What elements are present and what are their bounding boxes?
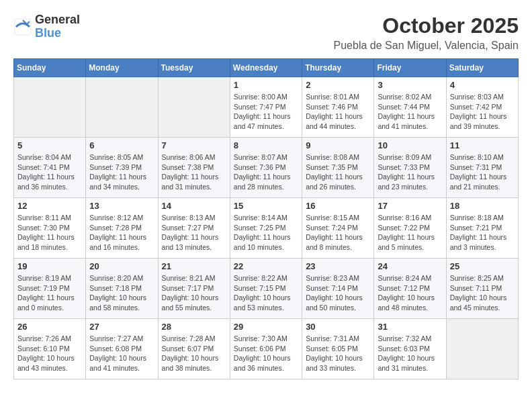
day-number: 26 <box>17 322 82 332</box>
calendar-cell <box>158 77 230 138</box>
logo-text: General Blue <box>35 13 80 40</box>
month-title: October 2025 <box>334 13 519 38</box>
calendar-cell: 12Sunrise: 8:11 AM Sunset: 7:30 PM Dayli… <box>14 198 86 259</box>
logo-blue: Blue <box>35 27 80 40</box>
day-number: 17 <box>378 201 442 211</box>
logo-icon <box>13 17 32 36</box>
calendar-cell: 19Sunrise: 8:19 AM Sunset: 7:19 PM Dayli… <box>14 259 86 319</box>
weekday-header-saturday: Saturday <box>446 59 518 77</box>
calendar-cell: 11Sunrise: 8:10 AM Sunset: 7:31 PM Dayli… <box>446 138 518 198</box>
calendar-cell: 7Sunrise: 8:06 AM Sunset: 7:38 PM Daylig… <box>158 138 230 198</box>
day-number: 11 <box>450 140 515 150</box>
day-info: Sunrise: 8:06 AM Sunset: 7:38 PM Dayligh… <box>162 152 226 192</box>
calendar-cell: 23Sunrise: 8:23 AM Sunset: 7:14 PM Dayli… <box>302 259 374 319</box>
weekday-header-wednesday: Wednesday <box>230 59 302 77</box>
day-info: Sunrise: 8:01 AM Sunset: 7:46 PM Dayligh… <box>306 92 370 132</box>
day-number: 27 <box>89 322 154 332</box>
day-info: Sunrise: 7:32 AM Sunset: 6:03 PM Dayligh… <box>378 334 442 373</box>
calendar-cell: 29Sunrise: 7:30 AM Sunset: 6:06 PM Dayli… <box>230 319 302 379</box>
calendar-cell: 24Sunrise: 8:24 AM Sunset: 7:12 PM Dayli… <box>374 259 446 319</box>
day-number: 21 <box>162 261 226 271</box>
calendar-cell: 2Sunrise: 8:01 AM Sunset: 7:46 PM Daylig… <box>302 77 374 138</box>
calendar-table: SundayMondayTuesdayWednesdayThursdayFrid… <box>13 58 519 379</box>
day-number: 20 <box>89 261 154 271</box>
day-number: 9 <box>306 140 370 150</box>
day-info: Sunrise: 8:16 AM Sunset: 7:22 PM Dayligh… <box>378 213 442 253</box>
day-number: 25 <box>450 261 515 271</box>
day-info: Sunrise: 7:27 AM Sunset: 6:08 PM Dayligh… <box>89 334 154 373</box>
calendar-cell: 21Sunrise: 8:21 AM Sunset: 7:17 PM Dayli… <box>158 259 230 319</box>
day-info: Sunrise: 8:22 AM Sunset: 7:15 PM Dayligh… <box>234 273 298 313</box>
calendar-cell: 16Sunrise: 8:15 AM Sunset: 7:24 PM Dayli… <box>302 198 374 259</box>
day-number: 14 <box>162 201 226 211</box>
weekday-header-friday: Friday <box>374 59 446 77</box>
day-info: Sunrise: 7:28 AM Sunset: 6:07 PM Dayligh… <box>162 334 226 373</box>
day-info: Sunrise: 8:19 AM Sunset: 7:19 PM Dayligh… <box>17 273 82 313</box>
week-row-5: 26Sunrise: 7:26 AM Sunset: 6:10 PM Dayli… <box>14 319 519 379</box>
day-number: 31 <box>378 322 442 332</box>
day-number: 6 <box>89 140 154 150</box>
day-info: Sunrise: 8:00 AM Sunset: 7:47 PM Dayligh… <box>234 92 298 132</box>
day-number: 10 <box>378 140 442 150</box>
day-number: 3 <box>378 80 442 90</box>
day-info: Sunrise: 7:30 AM Sunset: 6:06 PM Dayligh… <box>234 334 298 373</box>
day-info: Sunrise: 8:08 AM Sunset: 7:35 PM Dayligh… <box>306 152 370 192</box>
day-info: Sunrise: 8:21 AM Sunset: 7:17 PM Dayligh… <box>162 273 226 313</box>
day-number: 2 <box>306 80 370 90</box>
calendar-cell <box>86 77 158 138</box>
day-info: Sunrise: 8:11 AM Sunset: 7:30 PM Dayligh… <box>17 213 82 253</box>
day-info: Sunrise: 8:04 AM Sunset: 7:41 PM Dayligh… <box>17 152 82 192</box>
calendar-cell: 13Sunrise: 8:12 AM Sunset: 7:28 PM Dayli… <box>86 198 158 259</box>
day-number: 4 <box>450 80 515 90</box>
calendar-cell: 14Sunrise: 8:13 AM Sunset: 7:27 PM Dayli… <box>158 198 230 259</box>
logo-general: General <box>35 13 80 27</box>
calendar-cell: 25Sunrise: 8:25 AM Sunset: 7:11 PM Dayli… <box>446 259 518 319</box>
calendar-cell: 1Sunrise: 8:00 AM Sunset: 7:47 PM Daylig… <box>230 77 302 138</box>
day-info: Sunrise: 8:25 AM Sunset: 7:11 PM Dayligh… <box>450 273 515 313</box>
weekday-header-tuesday: Tuesday <box>158 59 230 77</box>
day-number: 30 <box>306 322 370 332</box>
weekday-header-sunday: Sunday <box>14 59 86 77</box>
day-info: Sunrise: 8:09 AM Sunset: 7:33 PM Dayligh… <box>378 152 442 192</box>
day-info: Sunrise: 8:12 AM Sunset: 7:28 PM Dayligh… <box>89 213 154 253</box>
day-info: Sunrise: 7:26 AM Sunset: 6:10 PM Dayligh… <box>17 334 82 373</box>
week-row-3: 12Sunrise: 8:11 AM Sunset: 7:30 PM Dayli… <box>14 198 519 259</box>
day-info: Sunrise: 8:02 AM Sunset: 7:44 PM Dayligh… <box>378 92 442 132</box>
calendar-cell: 10Sunrise: 8:09 AM Sunset: 7:33 PM Dayli… <box>374 138 446 198</box>
weekday-header-thursday: Thursday <box>302 59 374 77</box>
day-number: 1 <box>234 80 298 90</box>
calendar-cell: 5Sunrise: 8:04 AM Sunset: 7:41 PM Daylig… <box>14 138 86 198</box>
week-row-4: 19Sunrise: 8:19 AM Sunset: 7:19 PM Dayli… <box>14 259 519 319</box>
logo: General Blue <box>13 13 80 40</box>
calendar-cell <box>446 319 518 379</box>
day-info: Sunrise: 8:14 AM Sunset: 7:25 PM Dayligh… <box>234 213 298 253</box>
calendar-cell: 26Sunrise: 7:26 AM Sunset: 6:10 PM Dayli… <box>14 319 86 379</box>
day-number: 13 <box>89 201 154 211</box>
day-info: Sunrise: 8:05 AM Sunset: 7:39 PM Dayligh… <box>89 152 154 192</box>
day-number: 18 <box>450 201 515 211</box>
day-info: Sunrise: 8:15 AM Sunset: 7:24 PM Dayligh… <box>306 213 370 253</box>
day-number: 23 <box>306 261 370 271</box>
calendar-cell: 6Sunrise: 8:05 AM Sunset: 7:39 PM Daylig… <box>86 138 158 198</box>
weekday-header-row: SundayMondayTuesdayWednesdayThursdayFrid… <box>14 59 519 77</box>
day-number: 19 <box>17 261 82 271</box>
day-number: 8 <box>234 140 298 150</box>
day-info: Sunrise: 8:23 AM Sunset: 7:14 PM Dayligh… <box>306 273 370 313</box>
day-number: 15 <box>234 201 298 211</box>
day-number: 28 <box>162 322 226 332</box>
day-number: 7 <box>162 140 226 150</box>
title-block: October 2025 Puebla de San Miguel, Valen… <box>334 13 519 52</box>
day-number: 29 <box>234 322 298 332</box>
calendar-cell: 27Sunrise: 7:27 AM Sunset: 6:08 PM Dayli… <box>86 319 158 379</box>
day-info: Sunrise: 8:18 AM Sunset: 7:21 PM Dayligh… <box>450 213 515 253</box>
day-number: 16 <box>306 201 370 211</box>
day-number: 12 <box>17 201 82 211</box>
page-header: General Blue October 2025 Puebla de San … <box>13 13 519 52</box>
calendar-cell: 15Sunrise: 8:14 AM Sunset: 7:25 PM Dayli… <box>230 198 302 259</box>
calendar-cell: 9Sunrise: 8:08 AM Sunset: 7:35 PM Daylig… <box>302 138 374 198</box>
calendar-cell: 20Sunrise: 8:20 AM Sunset: 7:18 PM Dayli… <box>86 259 158 319</box>
calendar-cell: 22Sunrise: 8:22 AM Sunset: 7:15 PM Dayli… <box>230 259 302 319</box>
calendar-cell: 30Sunrise: 7:31 AM Sunset: 6:05 PM Dayli… <box>302 319 374 379</box>
day-info: Sunrise: 7:31 AM Sunset: 6:05 PM Dayligh… <box>306 334 370 373</box>
day-info: Sunrise: 8:07 AM Sunset: 7:36 PM Dayligh… <box>234 152 298 192</box>
